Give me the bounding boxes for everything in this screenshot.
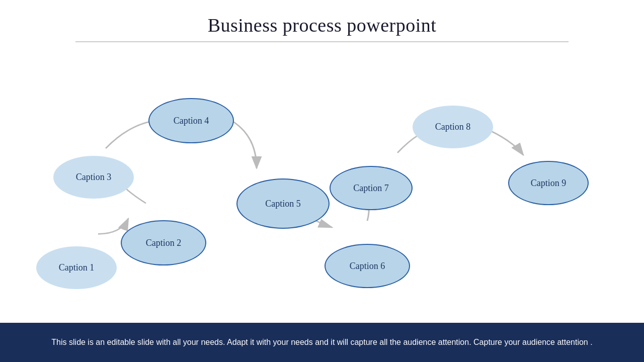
footer-text: This slide is an editable slide with all…: [51, 336, 592, 348]
node-caption2[interactable]: Caption 2: [121, 220, 206, 265]
footer: This slide is an editable slide with all…: [0, 323, 644, 362]
slide: Business process powerpoint: [0, 0, 644, 362]
node-caption7[interactable]: Caption 7: [330, 166, 413, 210]
node-caption3[interactable]: Caption 3: [53, 156, 134, 199]
node-caption6[interactable]: Caption 6: [325, 244, 410, 288]
page-title: Business process powerpoint: [0, 14, 644, 36]
node-caption9[interactable]: Caption 9: [508, 161, 589, 205]
node-caption1[interactable]: Caption 1: [36, 246, 117, 289]
divider: [75, 41, 569, 42]
header: Business process powerpoint: [0, 0, 644, 48]
diagram-area: Caption 1 Caption 2 Caption 3 Caption 4 …: [0, 45, 644, 322]
node-caption8[interactable]: Caption 8: [413, 106, 493, 148]
node-caption5[interactable]: Caption 5: [236, 178, 330, 229]
node-caption4[interactable]: Caption 4: [148, 98, 234, 143]
